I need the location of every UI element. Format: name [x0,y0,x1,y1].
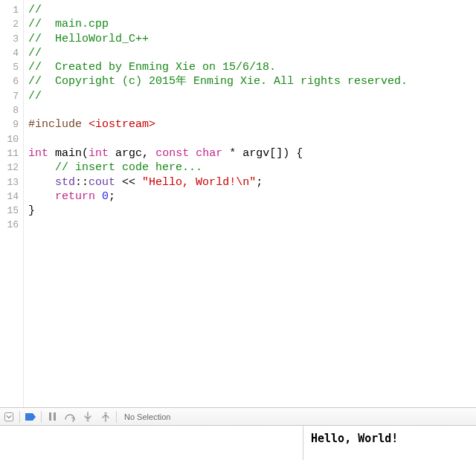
line-number: 1 [0,3,23,17]
line-number: 2 [0,17,23,31]
show-related-items-button[interactable] [0,407,18,426]
code-editor[interactable]: 12345678910111213141516 //// main.cpp// … [0,0,476,407]
line-number: 8 [0,103,23,117]
code-line[interactable] [28,132,476,146]
output-pane: Hello, World! [0,426,476,460]
line-number: 12 [0,161,23,175]
step-into-icon [83,412,92,422]
line-number-gutter: 12345678910111213141516 [0,0,24,407]
code-line[interactable]: // insert code here... [28,161,476,175]
line-number: 16 [0,218,23,232]
step-over-icon [64,412,76,422]
variables-pane[interactable] [0,426,303,460]
code-line[interactable] [28,218,476,232]
code-line[interactable]: // [28,46,476,60]
breakpoint-indicator-button[interactable] [22,407,39,426]
code-line[interactable]: // Created by Enming Xie on 15/6/18. [28,60,476,74]
code-line[interactable]: // HelloWorld_C++ [28,32,476,46]
code-line[interactable] [28,103,476,117]
svg-rect-0 [87,420,89,421]
line-number: 15 [0,204,23,218]
breakpoint-tag-icon [25,412,36,421]
toolbar-separator [19,411,20,423]
line-number: 10 [0,132,23,146]
line-number: 9 [0,117,23,132]
toolbar-separator [116,411,117,423]
selection-status-label: No Selection [124,412,170,421]
line-number: 14 [0,189,23,204]
line-number: 3 [0,32,23,46]
line-number: 7 [0,89,23,103]
step-into-button[interactable] [79,407,97,426]
console-output-text: Hello, World! [311,432,398,445]
code-line[interactable]: return 0; [28,189,476,204]
code-line[interactable]: // main.cpp [28,17,476,31]
code-line[interactable]: #include <iostream> [28,117,476,132]
step-out-icon [101,412,110,422]
line-number: 4 [0,46,23,60]
chevron-box-icon [4,412,13,421]
step-out-button[interactable] [97,407,115,426]
line-number: 11 [0,146,23,161]
line-number: 13 [0,175,23,189]
code-line[interactable]: std::cout << "Hello, World!\n"; [28,175,476,189]
code-line[interactable]: // [28,3,476,17]
code-line[interactable]: // Copyright (c) 2015年 Enming Xie. All r… [28,74,476,88]
pause-button[interactable] [43,407,61,426]
code-line[interactable]: int main(int argc, const char * argv[]) … [28,146,476,161]
line-number: 5 [0,60,23,74]
console-pane[interactable]: Hello, World! [303,426,476,460]
debug-toolbar: No Selection [0,407,476,426]
svg-rect-1 [105,412,107,414]
code-line[interactable]: } [28,204,476,218]
step-over-button[interactable] [61,407,79,426]
code-line[interactable]: // [28,89,476,103]
code-area[interactable]: //// main.cpp// HelloWorld_C++//// Creat… [24,0,476,407]
pause-icon [48,412,56,421]
toolbar-separator [41,411,42,423]
line-number: 6 [0,74,23,88]
